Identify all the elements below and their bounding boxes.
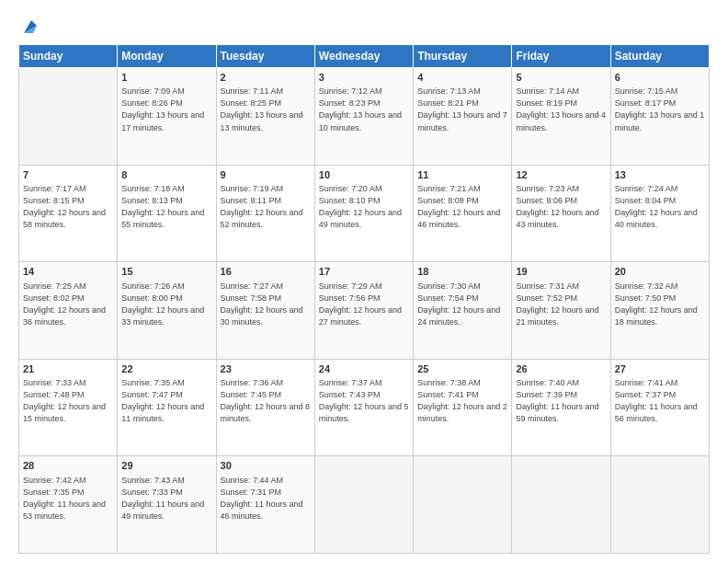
calendar-cell: 29Sunrise: 7:43 AMSunset: 7:33 PMDayligh… (118, 456, 216, 554)
day-info: Sunrise: 7:20 AMSunset: 8:10 PMDaylight:… (319, 183, 409, 231)
column-header-tuesday: Tuesday (216, 45, 314, 68)
day-info: Sunrise: 7:32 AMSunset: 7:50 PMDaylight:… (615, 281, 705, 328)
day-number: 11 (417, 168, 507, 182)
day-info: Sunrise: 7:21 AMSunset: 8:08 PMDaylight:… (417, 183, 507, 231)
day-number: 10 (319, 168, 409, 182)
day-info: Sunrise: 7:15 AMSunset: 8:17 PMDaylight:… (615, 86, 705, 133)
day-number: 9 (221, 168, 311, 182)
day-number: 1 (121, 71, 211, 85)
day-number: 16 (221, 265, 311, 279)
day-info: Sunrise: 7:36 AMSunset: 7:45 PMDaylight:… (221, 377, 311, 425)
day-info: Sunrise: 7:27 AMSunset: 7:58 PMDaylight:… (221, 281, 311, 328)
calendar-cell: 9Sunrise: 7:19 AMSunset: 8:11 PMDaylight… (216, 165, 314, 262)
day-info: Sunrise: 7:40 AMSunset: 7:39 PMDaylight:… (516, 377, 606, 425)
calendar-cell (314, 456, 413, 554)
column-header-monday: Monday (118, 45, 216, 68)
calendar-cell: 17Sunrise: 7:29 AMSunset: 7:56 PMDayligh… (314, 262, 413, 360)
calendar-cell: 13Sunrise: 7:24 AMSunset: 8:04 PMDayligh… (610, 165, 709, 262)
page: SundayMondayTuesdayWednesdayThursdayFrid… (0, 0, 728, 563)
calendar-week-4: 28Sunrise: 7:42 AMSunset: 7:35 PMDayligh… (19, 456, 710, 554)
calendar-week-1: 7Sunrise: 7:17 AMSunset: 8:15 PMDaylight… (19, 165, 710, 262)
day-info: Sunrise: 7:33 AMSunset: 7:48 PMDaylight:… (23, 377, 113, 425)
column-header-saturday: Saturday (610, 45, 709, 68)
day-number: 25 (417, 362, 507, 376)
calendar-header-row: SundayMondayTuesdayWednesdayThursdayFrid… (19, 45, 710, 68)
day-number: 12 (516, 168, 606, 182)
day-number: 17 (319, 265, 409, 279)
day-number: 20 (615, 265, 705, 279)
day-number: 7 (23, 168, 113, 182)
calendar-cell: 8Sunrise: 7:18 AMSunset: 8:13 PMDaylight… (118, 165, 216, 262)
day-number: 24 (319, 362, 409, 376)
day-number: 28 (23, 459, 113, 473)
day-info: Sunrise: 7:09 AMSunset: 8:26 PMDaylight:… (121, 86, 211, 133)
day-info: Sunrise: 7:43 AMSunset: 7:33 PMDaylight:… (121, 475, 211, 523)
calendar-cell: 3Sunrise: 7:12 AMSunset: 8:23 PMDaylight… (314, 68, 413, 166)
calendar-cell: 14Sunrise: 7:25 AMSunset: 8:02 PMDayligh… (19, 262, 118, 360)
calendar-week-2: 14Sunrise: 7:25 AMSunset: 8:02 PMDayligh… (19, 262, 710, 360)
calendar-cell: 25Sunrise: 7:38 AMSunset: 7:41 PMDayligh… (414, 359, 512, 456)
day-info: Sunrise: 7:37 AMSunset: 7:43 PMDaylight:… (319, 377, 409, 425)
day-number: 29 (121, 459, 211, 473)
day-info: Sunrise: 7:18 AMSunset: 8:13 PMDaylight:… (121, 183, 211, 231)
day-info: Sunrise: 7:11 AMSunset: 8:25 PMDaylight:… (221, 86, 311, 133)
calendar-cell: 10Sunrise: 7:20 AMSunset: 8:10 PMDayligh… (314, 165, 413, 262)
day-number: 27 (615, 362, 705, 376)
calendar-cell: 16Sunrise: 7:27 AMSunset: 7:58 PMDayligh… (216, 262, 314, 360)
calendar-cell: 18Sunrise: 7:30 AMSunset: 7:54 PMDayligh… (414, 262, 512, 360)
day-info: Sunrise: 7:44 AMSunset: 7:31 PMDaylight:… (221, 475, 311, 523)
calendar-cell: 1Sunrise: 7:09 AMSunset: 8:26 PMDaylight… (118, 68, 216, 166)
day-number: 18 (417, 265, 507, 279)
day-info: Sunrise: 7:13 AMSunset: 8:21 PMDaylight:… (417, 86, 507, 133)
calendar-cell: 11Sunrise: 7:21 AMSunset: 8:08 PMDayligh… (414, 165, 512, 262)
day-info: Sunrise: 7:29 AMSunset: 7:56 PMDaylight:… (319, 281, 409, 328)
day-info: Sunrise: 7:24 AMSunset: 8:04 PMDaylight:… (615, 183, 705, 231)
day-number: 22 (121, 362, 211, 376)
column-header-thursday: Thursday (414, 45, 512, 68)
logo (18, 17, 40, 37)
day-number: 6 (615, 71, 705, 85)
day-number: 4 (417, 71, 507, 85)
day-number: 19 (516, 265, 606, 279)
day-info: Sunrise: 7:31 AMSunset: 7:52 PMDaylight:… (516, 281, 606, 328)
day-info: Sunrise: 7:14 AMSunset: 8:19 PMDaylight:… (516, 86, 606, 133)
day-info: Sunrise: 7:26 AMSunset: 8:00 PMDaylight:… (121, 281, 211, 328)
calendar-cell: 6Sunrise: 7:15 AMSunset: 8:17 PMDaylight… (610, 68, 709, 166)
calendar-cell (414, 456, 512, 554)
day-number: 8 (121, 168, 211, 182)
calendar-table: SundayMondayTuesdayWednesdayThursdayFrid… (18, 44, 710, 554)
calendar-cell: 27Sunrise: 7:41 AMSunset: 7:37 PMDayligh… (610, 359, 709, 456)
day-info: Sunrise: 7:12 AMSunset: 8:23 PMDaylight:… (319, 86, 409, 133)
day-info: Sunrise: 7:38 AMSunset: 7:41 PMDaylight:… (417, 377, 507, 425)
calendar-cell: 4Sunrise: 7:13 AMSunset: 8:21 PMDaylight… (414, 68, 512, 166)
header (18, 17, 710, 37)
day-info: Sunrise: 7:35 AMSunset: 7:47 PMDaylight:… (121, 377, 211, 425)
day-info: Sunrise: 7:42 AMSunset: 7:35 PMDaylight:… (23, 475, 113, 523)
calendar-cell: 2Sunrise: 7:11 AMSunset: 8:25 PMDaylight… (216, 68, 314, 166)
column-header-sunday: Sunday (19, 45, 118, 68)
day-number: 26 (516, 362, 606, 376)
calendar-cell: 24Sunrise: 7:37 AMSunset: 7:43 PMDayligh… (314, 359, 413, 456)
calendar-week-3: 21Sunrise: 7:33 AMSunset: 7:48 PMDayligh… (19, 359, 710, 456)
day-number: 23 (221, 362, 311, 376)
day-number: 14 (23, 265, 113, 279)
calendar-cell: 12Sunrise: 7:23 AMSunset: 8:06 PMDayligh… (512, 165, 610, 262)
calendar-cell: 21Sunrise: 7:33 AMSunset: 7:48 PMDayligh… (19, 359, 118, 456)
calendar-cell: 20Sunrise: 7:32 AMSunset: 7:50 PMDayligh… (610, 262, 709, 360)
day-info: Sunrise: 7:19 AMSunset: 8:11 PMDaylight:… (221, 183, 311, 231)
calendar-cell: 19Sunrise: 7:31 AMSunset: 7:52 PMDayligh… (512, 262, 610, 360)
calendar-cell: 30Sunrise: 7:44 AMSunset: 7:31 PMDayligh… (216, 456, 314, 554)
day-info: Sunrise: 7:30 AMSunset: 7:54 PMDaylight:… (417, 281, 507, 328)
day-number: 5 (516, 71, 606, 85)
day-number: 15 (121, 265, 211, 279)
calendar-cell: 22Sunrise: 7:35 AMSunset: 7:47 PMDayligh… (118, 359, 216, 456)
day-number: 2 (221, 71, 311, 85)
calendar-cell (512, 456, 610, 554)
calendar-cell: 7Sunrise: 7:17 AMSunset: 8:15 PMDaylight… (19, 165, 118, 262)
day-number: 30 (221, 459, 311, 473)
calendar-cell: 26Sunrise: 7:40 AMSunset: 7:39 PMDayligh… (512, 359, 610, 456)
calendar-week-0: 1Sunrise: 7:09 AMSunset: 8:26 PMDaylight… (19, 68, 710, 166)
day-info: Sunrise: 7:25 AMSunset: 8:02 PMDaylight:… (23, 281, 113, 328)
column-header-wednesday: Wednesday (314, 45, 413, 68)
day-number: 21 (23, 362, 113, 376)
